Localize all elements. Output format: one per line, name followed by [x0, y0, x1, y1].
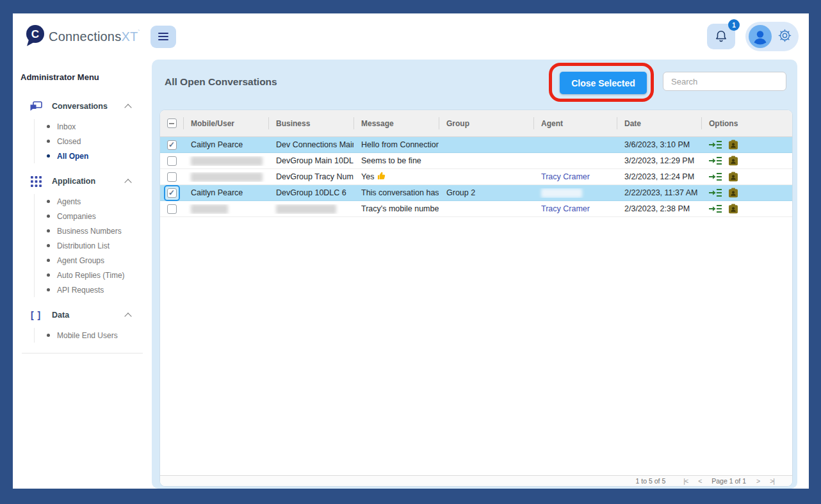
logo-c-icon: C: [24, 24, 46, 49]
sidebar-item-mobile-end-users[interactable]: Mobile End Users: [35, 328, 152, 343]
contact-card-icon[interactable]: [728, 172, 738, 182]
prev-page-button[interactable]: <: [698, 477, 701, 485]
cell-options: [701, 204, 792, 214]
thumbs-up-icon: [377, 172, 386, 182]
cell-message: Tracy's mobile number...: [354, 204, 439, 213]
avatar[interactable]: [749, 25, 772, 48]
close-conversation-icon[interactable]: [709, 172, 722, 181]
sidebar-section-data[interactable]: [ ] Data: [13, 304, 152, 327]
row-checkbox[interactable]: [160, 153, 183, 169]
bullet-icon: [47, 140, 50, 143]
row-checkbox[interactable]: [160, 137, 183, 153]
close-selected-button[interactable]: Close Selected: [560, 72, 647, 94]
sidebar-title: Administrator Menu: [20, 72, 152, 82]
row-checkbox[interactable]: [160, 185, 183, 201]
column-header-business[interactable]: Business: [268, 110, 354, 136]
row-checkbox[interactable]: [160, 201, 183, 217]
notifications-button[interactable]: 1: [707, 24, 735, 49]
chevron-up-icon[interactable]: [124, 313, 131, 320]
column-header-message[interactable]: Message: [354, 110, 439, 136]
cell-business: DevGroup 10DLC 6: [268, 188, 354, 197]
close-conversation-icon[interactable]: [709, 188, 722, 197]
cell-message: Seems to be fine: [354, 156, 439, 165]
cell-business: DevGroup Main 10DLC: [268, 156, 354, 165]
first-page-button[interactable]: |<: [683, 477, 688, 485]
sidebar-item-companies[interactable]: Companies: [35, 209, 152, 224]
sidebar-item-business-numbers[interactable]: Business Numbers: [35, 224, 152, 238]
chevron-up-icon[interactable]: [124, 104, 131, 111]
table-header-row: Mobile/UserBusinessMessageGroupAgentDate…: [160, 110, 792, 137]
sidebar-item-distribution-list[interactable]: Distribution List: [35, 238, 152, 253]
cell-options: [701, 188, 792, 198]
close-conversation-icon[interactable]: [709, 156, 722, 165]
column-header-mobile-user[interactable]: Mobile/User: [183, 110, 268, 136]
sidebar-item-all-open[interactable]: All Open: [35, 149, 152, 163]
cell-options: [701, 156, 792, 166]
contact-card-icon[interactable]: [728, 204, 738, 214]
cell-date: 3/2/2023, 12:29 PM: [617, 156, 701, 165]
cell-message: Yes: [354, 172, 439, 182]
contact-card-icon[interactable]: [728, 140, 738, 150]
sidebar-section-conversations[interactable]: Conversations: [13, 95, 152, 118]
cell-message: This conversation has ...: [354, 188, 439, 197]
sidebar-item-closed[interactable]: Closed: [35, 134, 152, 149]
cell-options: [701, 140, 792, 150]
sidebar-item-inbox[interactable]: Inbox: [35, 119, 152, 134]
table-row[interactable]: Tracy's mobile number...Tracy Cramer2/3/…: [160, 201, 792, 217]
contact-card-icon[interactable]: [728, 188, 738, 198]
column-header-options[interactable]: Options: [701, 110, 792, 136]
app-grid-icon: [29, 176, 42, 187]
sidebar-item-agent-groups[interactable]: Agent Groups: [35, 253, 152, 268]
bullet-icon: [47, 334, 50, 337]
svg-text:C: C: [31, 28, 39, 40]
cell-group: Group 2: [439, 188, 533, 197]
notification-badge: 1: [728, 19, 740, 31]
column-header-agent[interactable]: Agent: [533, 110, 617, 136]
cell-agent: Tracy Cramer: [533, 172, 617, 181]
sidebar-divider: [22, 353, 143, 354]
agent-link[interactable]: Tracy Cramer: [541, 172, 590, 181]
select-all-checkbox[interactable]: [160, 110, 183, 136]
close-conversation-icon[interactable]: [709, 140, 722, 149]
cell-agent: [533, 188, 617, 198]
redacted-content: [191, 204, 228, 214]
next-page-button[interactable]: >: [756, 477, 760, 485]
table-row[interactable]: Caitlyn PearceDevGroup 10DLC 6This conve…: [160, 185, 792, 201]
agent-link[interactable]: Tracy Cramer: [541, 204, 590, 213]
last-page-button[interactable]: >|: [770, 477, 774, 485]
top-bar: C ConnectionsXT` 1: [13, 13, 809, 60]
table-row[interactable]: DevGroup Main 10DLCSeems to be fine3/2/2…: [160, 153, 792, 169]
bell-icon: [714, 29, 728, 45]
main-content: All Open Conversations Close Selected Mo…: [152, 60, 797, 489]
menu-toggle-button[interactable]: [150, 26, 176, 48]
data-brackets-icon: [ ]: [29, 310, 42, 320]
redacted-content: [191, 156, 263, 166]
close-conversation-icon[interactable]: [709, 204, 722, 213]
cell-business: Dev Connections Main...: [268, 140, 354, 149]
sidebar-section-application[interactable]: Application: [13, 170, 152, 193]
sidebar-item-api-requests[interactable]: API Requests: [35, 282, 152, 297]
cell-business: DevGroup Tracy Numb...: [268, 172, 354, 181]
chat-bubbles-icon: [29, 101, 42, 112]
sidebar-item-auto-replies-time-[interactable]: Auto Replies (Time): [35, 268, 152, 282]
cell-mobile-user: Caitlyn Pearce: [183, 140, 268, 149]
search-input[interactable]: [663, 72, 786, 91]
redacted-content: [276, 204, 336, 214]
column-header-date[interactable]: Date: [617, 110, 701, 136]
app-window: C ConnectionsXT` 1: [13, 13, 809, 489]
chevron-up-icon[interactable]: [124, 179, 131, 186]
sidebar-item-agents[interactable]: Agents: [35, 194, 152, 209]
bullet-icon: [47, 273, 50, 277]
row-checkbox[interactable]: [160, 169, 183, 185]
sidebar: Administrator Menu Conversations Inbox C…: [13, 60, 152, 489]
bullet-icon: [47, 244, 50, 247]
cell-mobile-user: Caitlyn Pearce: [183, 188, 268, 197]
cell-mobile-user: [183, 156, 268, 166]
bullet-icon: [47, 200, 50, 203]
conversations-table: Mobile/UserBusinessMessageGroupAgentDate…: [160, 110, 792, 486]
contact-card-icon[interactable]: [728, 156, 738, 166]
table-row[interactable]: Caitlyn PearceDev Connections Main...Hel…: [160, 137, 792, 153]
table-row[interactable]: DevGroup Tracy Numb...YesTracy Cramer3/2…: [160, 169, 792, 185]
column-header-group[interactable]: Group: [439, 110, 533, 136]
settings-button[interactable]: [777, 28, 792, 45]
